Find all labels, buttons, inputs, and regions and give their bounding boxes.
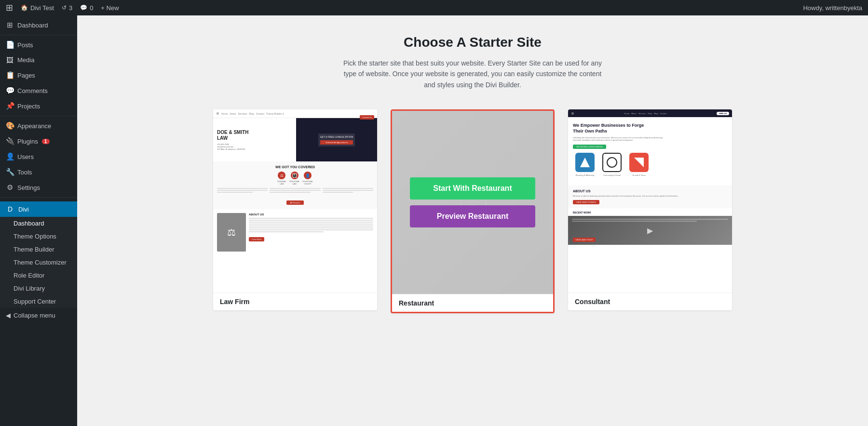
- media-icon: 🖼: [6, 56, 14, 64]
- comments-link[interactable]: 💬 0: [80, 4, 93, 12]
- plugins-icon: 🔌: [6, 137, 14, 146]
- sidebar-item-settings[interactable]: ⚙ Settings: [0, 180, 77, 195]
- divi-submenu: Dashboard Theme Options Theme Builder Th…: [0, 217, 77, 308]
- sidebar-item-users[interactable]: 👤 Users: [0, 149, 77, 164]
- sidebar-item-posts[interactable]: 📄 Posts: [0, 37, 77, 53]
- svg-point-1: [607, 158, 617, 167]
- sidebar-item-appearance[interactable]: 🎨 Appearance: [0, 118, 77, 133]
- users-icon: 👤: [6, 152, 14, 161]
- new-link[interactable]: + New: [101, 4, 119, 12]
- appearance-icon: 🎨: [6, 121, 14, 130]
- law-firm-preview: ⊕ Home About Services Blog Contact Theme…: [213, 109, 377, 293]
- submenu-item-theme-builder[interactable]: Theme Builder: [0, 243, 77, 256]
- page-title: Choose A Starter Site: [404, 35, 542, 50]
- projects-icon: 📌: [6, 102, 14, 110]
- svg-marker-2: [634, 158, 644, 167]
- plugins-badge: 1: [42, 139, 50, 144]
- submenu-item-support-center[interactable]: Support Center: [0, 295, 77, 308]
- restaurant-preview: 🍽 Start With Restaurant Preview Restaura…: [392, 111, 553, 294]
- svg-marker-0: [580, 158, 590, 167]
- consultant-preview: ⊕ Home About Services Shop Blog Contact …: [568, 109, 732, 293]
- dashboard-icon: ⊞: [6, 21, 14, 29]
- restaurant-action-overlay: Start With Restaurant Preview Restaurant: [392, 111, 553, 294]
- divider3: [0, 197, 77, 198]
- posts-icon: 📄: [6, 40, 14, 49]
- sidebar-item-comments[interactable]: 💬 Comments: [0, 83, 77, 98]
- collapse-icon: ◀: [6, 312, 11, 319]
- main-layout: ⊞ Dashboard 📄 Posts 🖼 Media 📋 Pages 💬 Co…: [0, 15, 868, 426]
- divider2: [0, 116, 77, 116]
- divi-icon: D: [6, 205, 14, 213]
- sidebar-item-pages[interactable]: 📋 Pages: [0, 67, 77, 83]
- start-with-restaurant-button[interactable]: Start With Restaurant: [410, 177, 535, 200]
- sidebar: ⊞ Dashboard 📄 Posts 🖼 Media 📋 Pages 💬 Co…: [0, 15, 77, 426]
- starter-cards-grid: ⊕ Home About Services Blog Contact Theme…: [159, 109, 786, 313]
- restaurant-label: Restaurant: [392, 294, 553, 312]
- preview-restaurant-button[interactable]: Preview Restaurant: [410, 205, 535, 227]
- starter-card-consultant[interactable]: ⊕ Home About Services Shop Blog Contact …: [568, 109, 732, 310]
- revisions-link[interactable]: ↺ 3: [62, 4, 72, 12]
- wp-logo[interactable]: ⊞: [6, 2, 13, 13]
- law-firm-label: Law Firm: [213, 293, 377, 310]
- sidebar-item-dashboard[interactable]: ⊞ Dashboard: [0, 17, 77, 33]
- divider: [0, 35, 77, 35]
- submenu-item-divi-library[interactable]: Divi Library: [0, 282, 77, 295]
- sidebar-item-projects[interactable]: 📌 Projects: [0, 98, 77, 114]
- sidebar-item-tools[interactable]: 🔧 Tools: [0, 164, 77, 180]
- settings-icon: ⚙: [6, 183, 14, 192]
- sidebar-item-media[interactable]: 🖼 Media: [0, 53, 77, 67]
- admin-bar: ⊞ 🏠 Divi Test ↺ 3 💬 0 + New Howdy, writt…: [0, 0, 868, 15]
- collapse-menu-button[interactable]: ◀ Collapse menu: [0, 308, 77, 323]
- comments-icon: 💬: [6, 86, 14, 95]
- submenu-item-theme-customizer[interactable]: Theme Customizer: [0, 256, 77, 269]
- tools-icon: 🔧: [6, 168, 14, 176]
- site-name-link[interactable]: 🏠 Divi Test: [21, 4, 54, 12]
- page-subtitle: Pick the starter site that best suits yo…: [338, 58, 608, 90]
- pages-icon: 📋: [6, 71, 14, 80]
- consultant-label: Consultant: [568, 293, 732, 310]
- starter-card-restaurant[interactable]: 🍽 Start With Restaurant Preview Restaura…: [391, 109, 555, 313]
- sidebar-item-divi[interactable]: D Divi: [0, 201, 77, 217]
- submenu-item-dashboard[interactable]: Dashboard: [0, 217, 77, 230]
- howdy-label: Howdy, writtenbyekta: [803, 4, 862, 12]
- submenu-item-theme-options[interactable]: Theme Options: [0, 230, 77, 243]
- main-content: Choose A Starter Site Pick the starter s…: [77, 15, 868, 426]
- sidebar-item-plugins[interactable]: 🔌 Plugins 1: [0, 133, 77, 149]
- submenu-item-role-editor[interactable]: Role Editor: [0, 269, 77, 282]
- starter-card-law-firm[interactable]: ⊕ Home About Services Blog Contact Theme…: [213, 109, 377, 310]
